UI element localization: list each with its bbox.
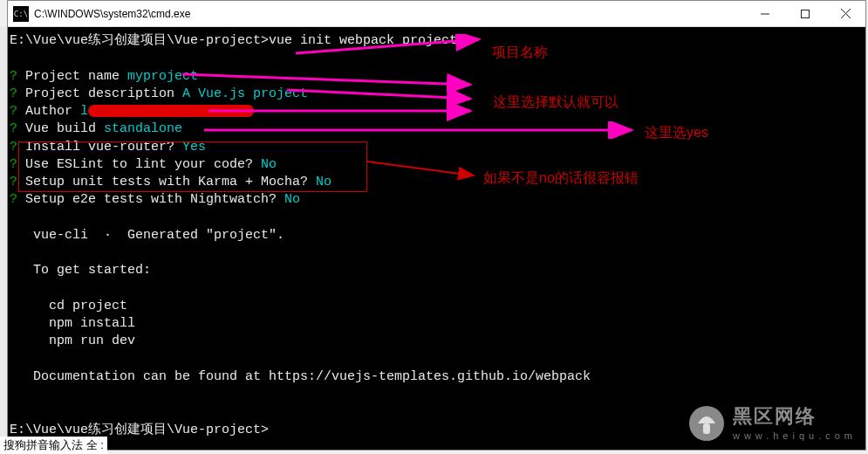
a-vue-build: standalone	[104, 121, 182, 136]
q-eslint: Use ESLint to lint your code?	[25, 157, 261, 172]
a-unit-tests: No	[316, 175, 331, 189]
out-get-started: To get started:	[10, 262, 865, 279]
q-e2e-tests: Setup e2e tests with Nightwatch?	[25, 192, 284, 207]
host-app-strip	[0, 26, 7, 451]
cmd-icon: C:\	[13, 6, 29, 22]
a-eslint: No	[261, 157, 277, 172]
q-vue-build: Vue build	[25, 121, 104, 136]
out-generated: vue-cli · Generated "project".	[10, 227, 865, 244]
prompt2-path: E:\Vue\vue练习创建项目\Vue-project>	[10, 423, 269, 437]
watermark-sub: www.heiqu.com	[733, 430, 857, 443]
a-e2e-tests: No	[284, 192, 300, 207]
out-step3: npm run dev	[10, 333, 865, 350]
question-mark-icon: ?	[10, 104, 25, 119]
out-step1: cd project	[10, 298, 865, 315]
question-mark-icon: ?	[10, 192, 25, 207]
question-mark-icon: ?	[10, 157, 25, 172]
watermark-main: 黑区网络	[733, 403, 857, 430]
q-unit-tests: Setup unit tests with Karma + Mocha?	[25, 175, 316, 189]
watermark: 黑区网络 www.heiqu.com	[687, 403, 857, 443]
titlebar[interactable]: C:\ C:\WINDOWS\system32\cmd.exe	[8, 1, 865, 27]
close-button[interactable]	[825, 1, 865, 26]
minimize-button[interactable]	[745, 1, 785, 26]
q-project-desc: Project description	[25, 86, 182, 101]
question-mark-icon: ?	[10, 175, 25, 189]
maximize-button[interactable]	[785, 1, 825, 26]
question-mark-icon: ?	[10, 140, 25, 155]
window-title: C:\WINDOWS\system32\cmd.exe	[34, 8, 745, 20]
q-vue-router: Install vue-router?	[25, 140, 182, 155]
a-project-name: myproject	[127, 69, 198, 84]
a-vue-router: Yes	[182, 140, 206, 155]
prompt-command: vue init webpack project	[269, 33, 457, 48]
q-author: Author	[25, 104, 80, 119]
ime-status-bar: 搜狗拼音输入法 全 :	[0, 437, 107, 454]
redaction-scribble	[88, 105, 254, 117]
terminal-output[interactable]: E:\Vue\vue练习创建项目\Vue-project>vue init we…	[8, 27, 865, 450]
svg-rect-1	[802, 10, 810, 17]
mushroom-icon	[687, 404, 726, 443]
question-mark-icon: ?	[10, 121, 25, 136]
prompt-path: E:\Vue\vue练习创建项目\Vue-project>	[10, 33, 269, 48]
question-mark-icon: ?	[10, 86, 25, 101]
out-docs: Documentation can be found at https://vu…	[10, 368, 865, 386]
cmd-window: C:\ C:\WINDOWS\system32\cmd.exe E:\Vue\v…	[7, 0, 866, 451]
out-step2: npm install	[10, 315, 865, 333]
question-mark-icon: ?	[10, 69, 25, 84]
svg-rect-17	[703, 423, 710, 434]
q-project-name: Project name	[25, 69, 127, 84]
a-project-desc: A Vue.js project	[182, 86, 308, 101]
a-author-prefix: l	[80, 104, 88, 119]
